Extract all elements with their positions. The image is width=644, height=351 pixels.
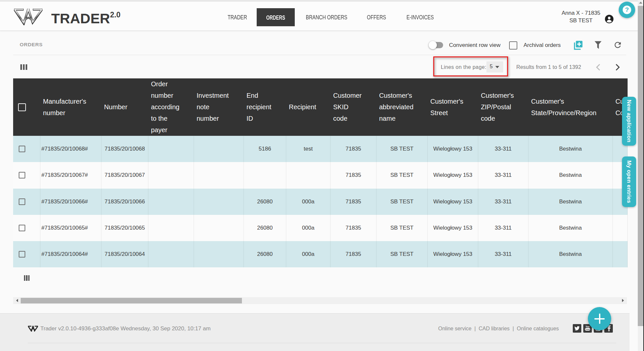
svg-text:Tube: Tube xyxy=(585,328,590,330)
svg-text:You: You xyxy=(586,325,590,328)
